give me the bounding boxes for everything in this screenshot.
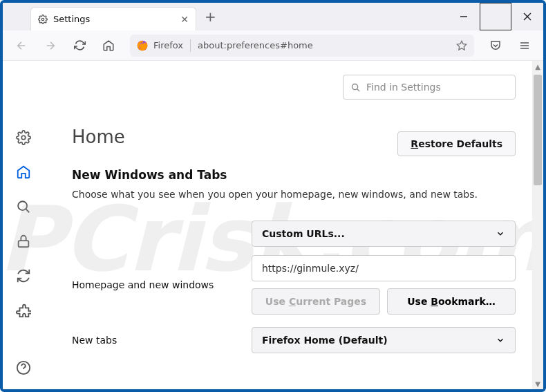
tab-title: Settings bbox=[53, 14, 180, 24]
svg-line-10 bbox=[26, 209, 29, 212]
close-tab-icon[interactable]: ✕ bbox=[180, 14, 189, 25]
homepage-label: Homepage and new windows bbox=[72, 279, 252, 290]
reload-button[interactable] bbox=[68, 34, 91, 57]
browser-tab[interactable]: Settings ✕ bbox=[30, 7, 196, 30]
scroll-down-icon[interactable]: ▼ bbox=[532, 378, 543, 389]
svg-point-0 bbox=[41, 18, 44, 21]
toolbar: Firefox about:preferences#home bbox=[3, 30, 543, 61]
bookmark-star-icon[interactable] bbox=[456, 40, 467, 51]
close-window-button[interactable] bbox=[511, 3, 543, 30]
chevron-down-icon bbox=[496, 229, 505, 239]
scrollbar[interactable]: ▲ ▼ bbox=[532, 61, 543, 389]
newtabs-label: New tabs bbox=[72, 335, 252, 346]
search-icon bbox=[350, 82, 361, 93]
sidebar-help[interactable] bbox=[16, 360, 31, 375]
svg-point-13 bbox=[352, 84, 358, 89]
newtabs-mode-select[interactable]: Firefox Home (Default) bbox=[252, 327, 516, 353]
firefox-icon bbox=[137, 40, 148, 51]
settings-sidebar bbox=[3, 61, 44, 389]
svg-point-8 bbox=[21, 136, 26, 140]
use-bookmark-button[interactable]: Use Bookmark… bbox=[387, 288, 516, 315]
titlebar: Settings ✕ + bbox=[3, 3, 543, 30]
section-description: Choose what you see when you open your h… bbox=[72, 189, 516, 200]
back-button[interactable] bbox=[10, 34, 33, 57]
sidebar-home[interactable] bbox=[16, 165, 31, 180]
scroll-up-icon[interactable]: ▲ bbox=[532, 61, 543, 72]
find-in-settings-input[interactable]: Find in Settings bbox=[343, 75, 516, 100]
select-value: Firefox Home (Default) bbox=[262, 335, 388, 346]
sidebar-general[interactable] bbox=[16, 130, 31, 145]
chevron-down-icon bbox=[496, 335, 505, 345]
use-current-pages-button[interactable]: Use Current Pages bbox=[252, 288, 380, 315]
section-heading: New Windows and Tabs bbox=[72, 168, 516, 182]
minimize-button[interactable] bbox=[448, 3, 480, 30]
homepage-url-input[interactable]: https://ginmule.xyz/ bbox=[252, 255, 516, 281]
sidebar-extensions[interactable] bbox=[16, 303, 31, 318]
pocket-button[interactable] bbox=[484, 34, 507, 57]
forward-button[interactable] bbox=[39, 34, 62, 57]
sidebar-sync[interactable] bbox=[16, 268, 31, 283]
restore-defaults-button[interactable]: Restore Defaults bbox=[397, 131, 516, 156]
svg-point-9 bbox=[18, 201, 27, 210]
menu-button[interactable] bbox=[513, 34, 536, 57]
url-text: about:preferences#home bbox=[198, 40, 451, 50]
sidebar-privacy[interactable] bbox=[16, 234, 31, 249]
search-placeholder: Find in Settings bbox=[366, 82, 441, 93]
gear-icon bbox=[38, 15, 48, 24]
svg-rect-11 bbox=[19, 241, 29, 247]
homepage-mode-select[interactable]: Custom URLs... bbox=[252, 221, 516, 247]
url-bar[interactable]: Firefox about:preferences#home bbox=[130, 35, 474, 57]
select-value: Custom URLs... bbox=[262, 228, 345, 239]
main-content: Find in Settings Home Restore Defaults N… bbox=[44, 61, 543, 389]
identity-label: Firefox bbox=[153, 40, 183, 50]
sidebar-search[interactable] bbox=[16, 199, 31, 214]
new-tab-button[interactable]: + bbox=[205, 8, 216, 25]
home-button[interactable] bbox=[97, 34, 120, 57]
svg-line-14 bbox=[357, 88, 360, 91]
maximize-button[interactable] bbox=[480, 3, 511, 30]
scrollbar-thumb[interactable] bbox=[534, 75, 542, 185]
